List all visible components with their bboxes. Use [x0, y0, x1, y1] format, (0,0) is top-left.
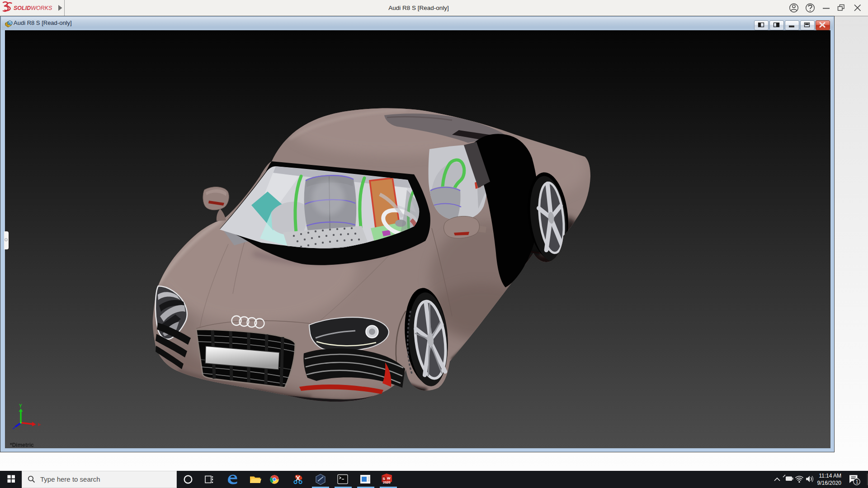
svg-text:2020: 2020 — [383, 480, 391, 484]
svg-text:1: 1 — [856, 479, 859, 484]
svg-text:SOLIDWORKS: SOLIDWORKS — [14, 5, 52, 11]
svg-text:W: W — [387, 476, 391, 480]
svg-text:Y: Y — [19, 404, 22, 408]
svg-text:*Dimetric: *Dimetric — [10, 442, 34, 448]
